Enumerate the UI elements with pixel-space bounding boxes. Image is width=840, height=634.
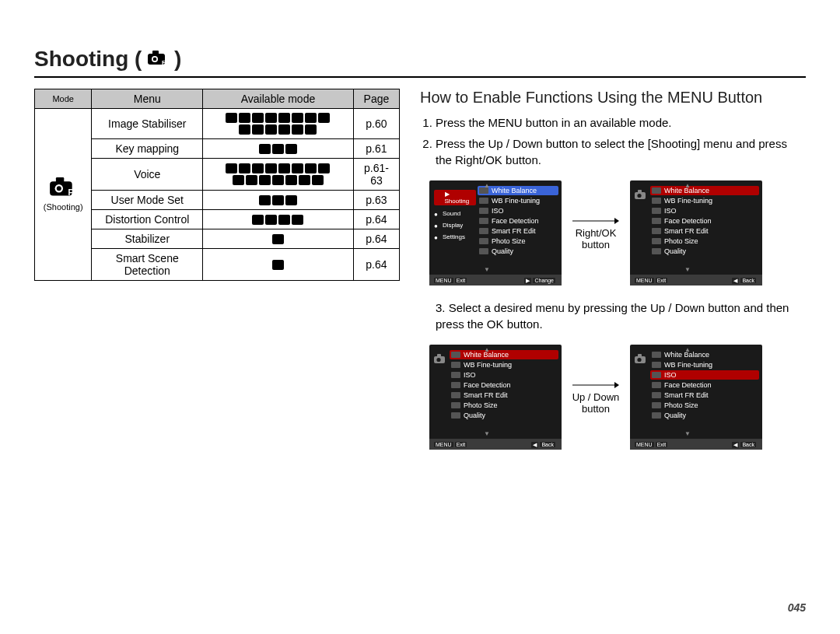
svg-rect-21 bbox=[638, 354, 642, 357]
screen-menu-item: Smart FR Edit bbox=[451, 391, 557, 399]
item-label: Smart FR Edit bbox=[464, 391, 508, 399]
step-1: Press the MENU button in an available mo… bbox=[436, 114, 806, 131]
tab-label: Sound bbox=[443, 210, 460, 217]
screen-side-tab: ●Sound bbox=[434, 210, 476, 217]
item-icon bbox=[652, 372, 661, 378]
item-icon bbox=[652, 238, 661, 244]
item-icon bbox=[451, 382, 460, 388]
cell-available-mode bbox=[203, 210, 354, 229]
mode-icon bbox=[233, 175, 244, 185]
item-icon bbox=[652, 392, 661, 398]
screen-menu-item: Quality bbox=[652, 247, 758, 255]
mode-icon bbox=[278, 124, 290, 135]
item-icon bbox=[652, 218, 661, 224]
mode-icon bbox=[272, 260, 284, 270]
cell-menu: Key mapping bbox=[92, 139, 203, 159]
svg-point-17 bbox=[436, 358, 440, 362]
item-label: Smart FR Edit bbox=[664, 227, 709, 235]
screen-menu-item: White Balance bbox=[450, 350, 558, 359]
item-icon bbox=[479, 198, 488, 204]
cell-menu: Voice bbox=[92, 159, 203, 191]
cell-menu: User Mode Set bbox=[92, 191, 203, 210]
th-menu: Menu bbox=[92, 89, 203, 109]
mode-icon bbox=[305, 163, 317, 173]
svg-point-22 bbox=[637, 358, 641, 362]
cell-menu: Smart Scene Detection bbox=[92, 249, 203, 281]
lcd-screenshot-a: ▲ ▶ Shooting●Sound●Display●Settings Whit… bbox=[429, 180, 562, 285]
mode-icon bbox=[292, 113, 303, 123]
screen-menu-item: Face Detection bbox=[479, 217, 557, 225]
chevron-up-icon: ▲ bbox=[484, 346, 490, 353]
mode-icon bbox=[292, 163, 303, 173]
screen-menu-item: Smart FR Edit bbox=[479, 227, 557, 235]
item-icon bbox=[451, 352, 460, 358]
item-icon bbox=[652, 198, 661, 204]
svg-point-3 bbox=[153, 58, 157, 61]
svg-rect-13 bbox=[638, 190, 642, 193]
screen-menu-item: Photo Size bbox=[652, 401, 758, 409]
mode-icon bbox=[318, 163, 330, 173]
tab-icon: ● bbox=[434, 234, 440, 240]
arrow-rightok: Right/OK button bbox=[569, 216, 622, 250]
item-icon bbox=[451, 372, 460, 378]
item-label: WB Fine-tuning bbox=[492, 197, 540, 205]
footer-back-label: Back bbox=[540, 442, 555, 447]
cell-page: p.61 bbox=[353, 139, 399, 159]
screen-menu-item: Smart FR Edit bbox=[652, 391, 758, 399]
item-label: Photo Size bbox=[492, 237, 526, 245]
screen-side-tab: ▶ Shooting bbox=[434, 190, 476, 205]
tab-label: Settings bbox=[443, 233, 465, 240]
camera-fn-icon bbox=[635, 190, 647, 200]
cell-available-mode bbox=[203, 109, 354, 139]
mode-icon bbox=[299, 175, 310, 185]
tab-label: ▶ Shooting bbox=[445, 191, 474, 205]
footer-menu-btn: MENU bbox=[434, 442, 453, 447]
footer-menu-btn: MENU bbox=[434, 278, 453, 283]
item-label: WB Fine-tuning bbox=[464, 361, 512, 369]
th-mode: Mode bbox=[35, 89, 92, 109]
screen-menu-item: Face Detection bbox=[652, 381, 758, 389]
arrow-updown-label: Up / Down button bbox=[572, 391, 620, 415]
mode-icon bbox=[239, 124, 250, 135]
screen-menu-item: Face Detection bbox=[451, 381, 557, 389]
chevron-down-icon: ▼ bbox=[684, 266, 691, 273]
chevron-up-icon: ▲ bbox=[684, 346, 691, 353]
tab-label: Display bbox=[443, 222, 463, 229]
item-label: Quality bbox=[664, 247, 686, 255]
item-label: Photo Size bbox=[664, 237, 698, 245]
item-icon bbox=[652, 362, 661, 368]
mode-icon bbox=[285, 144, 297, 154]
item-icon bbox=[652, 402, 661, 408]
svg-rect-6 bbox=[56, 177, 64, 183]
screen-menu-item: Photo Size bbox=[451, 401, 557, 409]
screen-menu-item: ISO bbox=[479, 207, 557, 215]
mode-icon bbox=[272, 144, 284, 154]
item-label: Photo Size bbox=[664, 401, 698, 409]
item-icon bbox=[652, 248, 661, 254]
item-label: ISO bbox=[664, 207, 677, 215]
chevron-down-icon: ▼ bbox=[484, 430, 490, 437]
svg-marker-19 bbox=[614, 382, 619, 388]
item-icon bbox=[652, 412, 661, 419]
item-icon bbox=[652, 352, 661, 358]
screens-row-1: ▲ ▶ Shooting●Sound●Display●Settings Whit… bbox=[429, 180, 806, 285]
svg-point-8 bbox=[57, 186, 61, 191]
footer-back-label: Back bbox=[740, 442, 756, 447]
screen-menu-item: Quality bbox=[652, 412, 758, 419]
screen-menu-item: White Balance bbox=[650, 186, 759, 195]
camera-fn-icon: Fn bbox=[50, 177, 76, 198]
footer-exit-label: Exit bbox=[455, 278, 467, 283]
item-icon bbox=[479, 208, 488, 214]
footer-back-btn: ◀ bbox=[732, 442, 739, 448]
cell-available-mode bbox=[203, 159, 354, 191]
item-label: White Balance bbox=[492, 187, 537, 194]
item-icon bbox=[652, 382, 661, 388]
footer-back-btn: ◀ bbox=[531, 442, 538, 448]
svg-text:Fn: Fn bbox=[162, 59, 168, 66]
cell-page: p.64 bbox=[353, 249, 399, 281]
cell-page: p.64 bbox=[353, 229, 399, 249]
footer-exit-label: Exit bbox=[656, 442, 668, 447]
item-icon bbox=[479, 228, 488, 234]
mode-cell: Fn(Shooting) bbox=[35, 109, 92, 281]
item-icon bbox=[451, 402, 460, 408]
